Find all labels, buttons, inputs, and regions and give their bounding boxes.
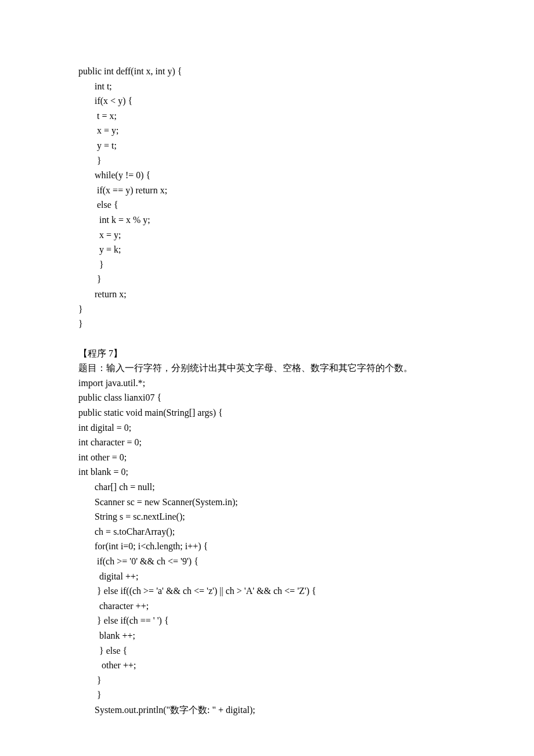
code-line: x = y; — [78, 228, 459, 243]
code-line: public static void main(String[] args) { — [78, 405, 459, 420]
code-line: y = t; — [78, 138, 459, 153]
code-line: int t; — [78, 79, 459, 94]
code-line: } — [78, 316, 459, 332]
code-line: } — [78, 153, 459, 168]
code-line: public int deff(int x, int y) { — [78, 64, 459, 79]
code-line: int digital = 0; — [78, 420, 459, 435]
code-line: } — [78, 302, 459, 317]
code-line: for(int i=0; i<ch.length; i++) { — [78, 539, 459, 554]
code-line: y = k; — [78, 242, 459, 257]
code-line: public class lianxi07 { — [78, 390, 459, 405]
code-line: other ++; — [78, 658, 459, 673]
code-line: return x; — [78, 287, 459, 302]
code-line: t = x; — [78, 109, 459, 124]
code-line: x = y; — [78, 123, 459, 138]
code-line: int blank = 0; — [78, 465, 459, 480]
code-line: blank ++; — [78, 628, 459, 643]
program-description: 题目：输入一行字符，分别统计出其中英文字母、空格、数字和其它字符的个数。 — [78, 361, 459, 376]
code-line: } — [78, 272, 459, 287]
code-line: if(x < y) { — [78, 93, 459, 109]
code-line: int other = 0; — [78, 450, 459, 465]
code-line: int k = x % y; — [78, 213, 459, 228]
code-line: char[] ch = null; — [78, 480, 459, 495]
code-line: } else if(ch == ' ') { — [78, 613, 459, 628]
code-line: } — [78, 257, 459, 272]
code-line: } — [78, 673, 459, 688]
code-line: digital ++; — [78, 569, 459, 584]
code-line: import java.util.*; — [78, 376, 459, 391]
code-line: character ++; — [78, 599, 459, 614]
println-suffix: : " + digital); — [207, 705, 255, 715]
println-cn: 数字个数 — [170, 705, 207, 715]
program-title: 【程序 7】 — [78, 346, 459, 361]
code-line: ch = s.toCharArray(); — [78, 524, 459, 539]
code-block-2: 【程序 7】 题目：输入一行字符，分别统计出其中英文字母、空格、数字和其它字符的… — [78, 346, 459, 718]
code-line: int character = 0; — [78, 435, 459, 450]
code-line: } else if((ch >= 'a' && ch <= 'z') || ch… — [78, 584, 459, 599]
code-line: else { — [78, 197, 459, 213]
code-line: if(ch >= '0' && ch <= '9') { — [78, 554, 459, 569]
blank-line — [78, 332, 459, 346]
code-line: } — [78, 687, 459, 703]
code-line-println: System.out.println("数字个数: " + digital); — [78, 703, 459, 718]
code-line: Scanner sc = new Scanner(System.in); — [78, 495, 459, 510]
code-line: if(x == y) return x; — [78, 183, 459, 198]
println-prefix: System.out.println(" — [78, 705, 170, 715]
code-line: while(y != 0) { — [78, 168, 459, 183]
code-block-1: public int deff(int x, int y) { int t; i… — [78, 64, 459, 332]
code-line: String s = sc.nextLine(); — [78, 509, 459, 524]
code-line: } else { — [78, 643, 459, 658]
